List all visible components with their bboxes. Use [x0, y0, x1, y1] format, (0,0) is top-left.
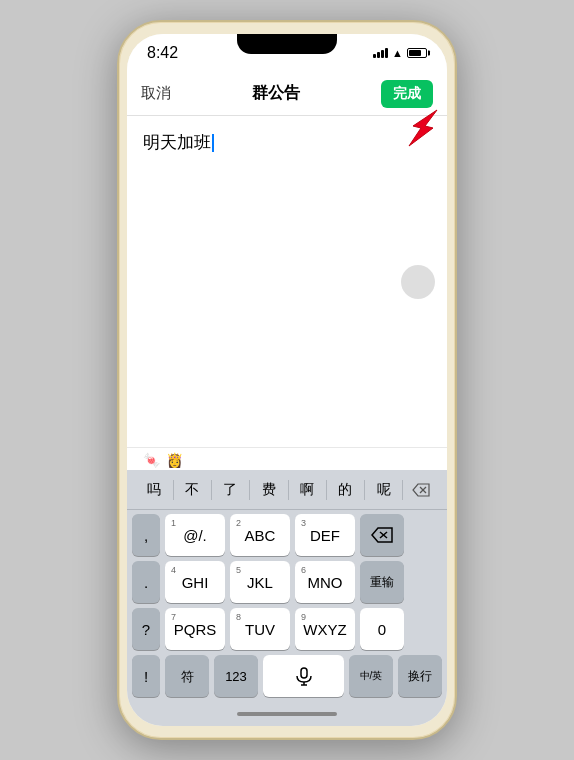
jkl-key[interactable]: 5 JKL: [230, 561, 290, 603]
text-cursor: [212, 134, 214, 152]
phone-screen: 8:42 ▲ 取消 群公告 完成: [127, 34, 447, 726]
home-indicator: [237, 712, 337, 716]
delete-icon: [412, 483, 430, 497]
key-row-4: ! 符 123 中/英: [129, 655, 445, 697]
pred-item[interactable]: 费: [250, 475, 288, 505]
key-row-3: ? 7 PQRS 8 TUV 9 WXYZ 0: [129, 608, 445, 650]
key-row-2: . 4 GHI 5 JKL 6 MNO 重输: [129, 561, 445, 603]
notch: [237, 34, 337, 54]
abc-key[interactable]: 2 ABC: [230, 514, 290, 556]
pqrs-key[interactable]: 7 PQRS: [165, 608, 225, 650]
backspace-icon: [371, 527, 393, 543]
wxyz-key[interactable]: 9 WXYZ: [295, 608, 355, 650]
chinese-toggle-key[interactable]: 中/英: [349, 655, 393, 697]
microphone-icon: [294, 666, 314, 686]
pred-item[interactable]: 吗: [135, 475, 173, 505]
key-row-1: , 1 @/. 2 ABC 3 DEF: [129, 514, 445, 556]
def-key[interactable]: 3 DEF: [295, 514, 355, 556]
keyboard: , 1 @/. 2 ABC 3 DEF: [127, 510, 447, 702]
done-button[interactable]: 完成: [381, 80, 433, 108]
emoji-suggestions: 🍬 👸: [127, 447, 447, 470]
space-mic-key[interactable]: [263, 655, 344, 697]
red-arrow-icon: [399, 108, 439, 148]
home-indicator-bar: [127, 702, 447, 726]
battery-icon: [407, 48, 427, 58]
drag-handle[interactable]: [401, 265, 435, 299]
pred-item[interactable]: 呢: [365, 475, 403, 505]
status-bar: 8:42 ▲: [127, 34, 447, 72]
text-input-area[interactable]: 明天加班: [127, 116, 447, 447]
ghi-key[interactable]: 4 GHI: [165, 561, 225, 603]
pred-item[interactable]: 的: [326, 475, 364, 505]
tuv-key[interactable]: 8 TUV: [230, 608, 290, 650]
zero-key[interactable]: 0: [360, 608, 404, 650]
status-icons: ▲: [373, 47, 427, 59]
svg-marker-0: [409, 110, 437, 146]
mno-key[interactable]: 6 MNO: [295, 561, 355, 603]
numeric-key[interactable]: 123: [214, 655, 258, 697]
pred-item[interactable]: 不: [173, 475, 211, 505]
period-key[interactable]: .: [132, 561, 160, 603]
arrow-pointer: [399, 108, 439, 152]
status-time: 8:42: [147, 44, 178, 62]
phone-frame: 8:42 ▲ 取消 群公告 完成: [117, 20, 457, 740]
symbol-key[interactable]: 符: [165, 655, 209, 697]
exclaim-key[interactable]: !: [132, 655, 160, 697]
page-title: 群公告: [252, 83, 300, 104]
newline-key[interactable]: 换行: [398, 655, 442, 697]
comma-key[interactable]: ,: [132, 514, 160, 556]
pred-item[interactable]: 啊: [288, 475, 326, 505]
backspace-key[interactable]: [360, 514, 404, 556]
question-key[interactable]: ?: [132, 608, 160, 650]
wifi-icon: ▲: [392, 47, 403, 59]
emoji-item[interactable]: 👸: [166, 452, 183, 468]
text-content: 明天加班: [143, 130, 431, 156]
predictive-bar: 吗 不 了 费 啊 的 呢: [127, 470, 447, 510]
pred-item[interactable]: 了: [212, 475, 250, 505]
emoji-item[interactable]: 🍬: [143, 452, 160, 468]
cancel-button[interactable]: 取消: [141, 84, 171, 103]
pred-delete-button[interactable]: [403, 483, 439, 497]
signal-icon: [373, 48, 388, 58]
reset-key[interactable]: 重输: [360, 561, 404, 603]
svg-rect-5: [301, 668, 307, 678]
at-slash-period-key[interactable]: 1 @/.: [165, 514, 225, 556]
